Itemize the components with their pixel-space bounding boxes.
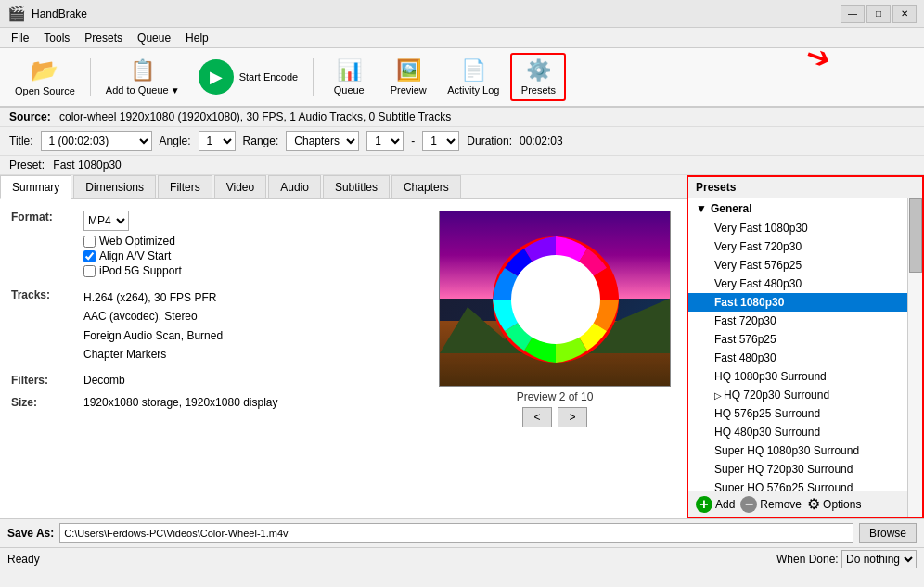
presets-panel: Presets ▼ General Very Fast 1080p30 Very…	[687, 175, 924, 518]
menu-presets[interactable]: Presets	[77, 30, 130, 46]
preview-button[interactable]: 🖼️ Preview	[380, 53, 436, 101]
format-label: Format:	[11, 211, 76, 223]
tab-audio[interactable]: Audio	[268, 175, 321, 198]
preset-item-f576[interactable]: Fast 576p25	[688, 330, 922, 349]
source-bar: Source: color-wheel 1920x1080 (1920x1080…	[0, 108, 924, 127]
preset-value: Fast 1080p30	[53, 159, 121, 172]
preset-item-f480[interactable]: Fast 480p30	[688, 349, 922, 367]
browse-button[interactable]: Browse	[859, 523, 917, 543]
options-preset-button[interactable]: ⚙ Options	[807, 495, 861, 513]
preset-item-shq576[interactable]: Super HQ 576p25 Surround	[688, 479, 922, 491]
preset-item-vf720[interactable]: Very Fast 720p30	[688, 237, 922, 256]
svg-point-2	[511, 255, 600, 344]
preset-item-hq1080[interactable]: HQ 1080p30 Surround	[688, 367, 922, 386]
add-queue-label: Add to Queue	[106, 84, 169, 96]
preset-item-f720[interactable]: Fast 720p30	[688, 312, 922, 330]
presets-footer: + Add − Remove ⚙ Options	[688, 491, 922, 517]
save-as-input[interactable]	[59, 523, 853, 543]
range-from-select[interactable]: 1	[366, 131, 404, 151]
filters-value: Decomb	[83, 374, 125, 387]
menu-help[interactable]: Help	[178, 30, 216, 46]
menu-bar: File Tools Presets Queue Help	[0, 28, 924, 48]
tab-filters[interactable]: Filters	[158, 175, 212, 198]
add-to-queue-button[interactable]: 📋 Add to Queue ▼	[98, 53, 187, 101]
range-select[interactable]: Chapters	[286, 131, 359, 151]
preset-item-vf576[interactable]: Very Fast 576p25	[688, 256, 922, 274]
activity-log-label: Activity Log	[447, 84, 499, 96]
activity-log-button[interactable]: 📄 Activity Log	[440, 53, 507, 101]
add-preset-button[interactable]: + Add	[696, 496, 735, 513]
preset-item-vf1080[interactable]: Very Fast 1080p30	[688, 219, 922, 237]
presets-scrollbar[interactable]	[907, 198, 922, 517]
preset-item-hq576[interactable]: HQ 576p25 Surround	[688, 404, 922, 423]
preview-label: Preview 2 of 10	[517, 390, 594, 403]
start-encode-button[interactable]: ▶ Start Encode	[191, 53, 306, 101]
preset-item-shq720[interactable]: Super HQ 720p30 Surround	[688, 460, 922, 479]
presets-icon: ⚙️	[526, 58, 551, 83]
app-title: HandBrake	[32, 7, 841, 20]
preset-item-shq1080[interactable]: Super HQ 1080p30 Surround	[688, 441, 922, 460]
separator-2	[313, 58, 314, 96]
hq720-label: HQ 720p30 Surround	[724, 389, 829, 402]
presets-tree: ▼ General Very Fast 1080p30 Very Fast 72…	[688, 198, 922, 491]
duration-label: Duration:	[467, 134, 512, 147]
preview-prev-button[interactable]: <	[522, 407, 552, 427]
range-label: Range:	[243, 134, 279, 147]
toolbar: ➔ 📂 Open Source 📋 Add to Queue ▼ ▶ Start…	[0, 48, 924, 108]
tab-video[interactable]: Video	[214, 175, 266, 198]
range-to-select[interactable]: 1	[422, 131, 459, 151]
when-done-label: When Done:	[776, 553, 839, 566]
queue-dropdown-arrow[interactable]: ▼	[171, 85, 180, 96]
when-done-select[interactable]: Do nothing Shutdown Hibernate	[841, 550, 917, 568]
presets-panel-header: Presets	[688, 177, 922, 198]
tab-dimensions[interactable]: Dimensions	[73, 175, 156, 198]
app-icon: 🎬	[7, 5, 26, 22]
remove-preset-button[interactable]: − Remove	[740, 496, 802, 513]
color-wheel-svg	[491, 235, 621, 364]
when-done-area: When Done: Do nothing Shutdown Hibernate	[776, 550, 917, 568]
menu-tools[interactable]: Tools	[36, 30, 77, 46]
angle-select[interactable]: 1	[199, 131, 236, 151]
minimize-button[interactable]: —	[841, 5, 865, 23]
preset-item-f1080[interactable]: Fast 1080p30	[688, 293, 922, 312]
window-controls: — □ ✕	[841, 5, 917, 23]
queue-button[interactable]: 📊 Queue	[321, 53, 377, 101]
title-select[interactable]: 1 (00:02:03)	[41, 131, 152, 151]
align-av-checkbox[interactable]	[83, 250, 96, 262]
remove-label: Remove	[760, 498, 802, 511]
ipod-support-checkbox[interactable]	[83, 265, 96, 277]
preset-item-hq720[interactable]: ▷ HQ 720p30 Surround	[688, 386, 922, 404]
title-bar: 🎬 HandBrake — □ ✕	[0, 0, 924, 28]
preset-item-vf480[interactable]: Very Fast 480p30	[688, 274, 922, 293]
summary-content: Format: MP4 MKV Web Optimized Align A/	[0, 199, 687, 439]
general-triangle: ▼	[696, 202, 707, 215]
web-optimized-checkbox[interactable]	[83, 236, 96, 248]
presets-button[interactable]: ⚙️ Presets	[510, 53, 566, 101]
format-section: MP4 MKV Web Optimized Align A/V Start	[83, 211, 182, 279]
align-av-row: Align A/V Start	[83, 249, 182, 262]
tab-chapters[interactable]: Chapters	[391, 175, 461, 198]
open-source-label: Open Source	[15, 85, 75, 96]
preset-item-hq480[interactable]: HQ 480p30 Surround	[688, 423, 922, 441]
title-row: Title: 1 (00:02:03) Angle: 1 Range: Chap…	[0, 127, 924, 156]
close-button[interactable]: ✕	[892, 5, 917, 23]
main-area: Summary Dimensions Filters Video Audio S…	[0, 175, 924, 518]
maximize-button[interactable]: □	[866, 5, 891, 23]
preview-next-button[interactable]: >	[558, 407, 587, 427]
add-queue-icon: 📋	[130, 58, 155, 83]
track-1: H.264 (x264), 30 FPS PFR	[83, 288, 223, 307]
open-source-button[interactable]: 📂 Open Source	[7, 53, 83, 101]
scrollbar-thumb[interactable]	[909, 198, 922, 273]
tab-subtitles[interactable]: Subtitles	[323, 175, 390, 198]
filters-row: Filters: Decomb	[11, 374, 419, 387]
preview-label: Preview	[391, 84, 427, 96]
save-as-label: Save As:	[7, 527, 54, 540]
tab-summary[interactable]: Summary	[0, 175, 71, 199]
preset-group-general-header[interactable]: ▼ General	[688, 198, 922, 219]
menu-file[interactable]: File	[4, 30, 36, 46]
format-select[interactable]: MP4 MKV	[83, 211, 129, 231]
menu-queue[interactable]: Queue	[130, 30, 178, 46]
add-icon: +	[696, 496, 712, 513]
presets-label: Presets	[521, 84, 556, 96]
status-bar: Ready When Done: Do nothing Shutdown Hib…	[0, 547, 924, 570]
